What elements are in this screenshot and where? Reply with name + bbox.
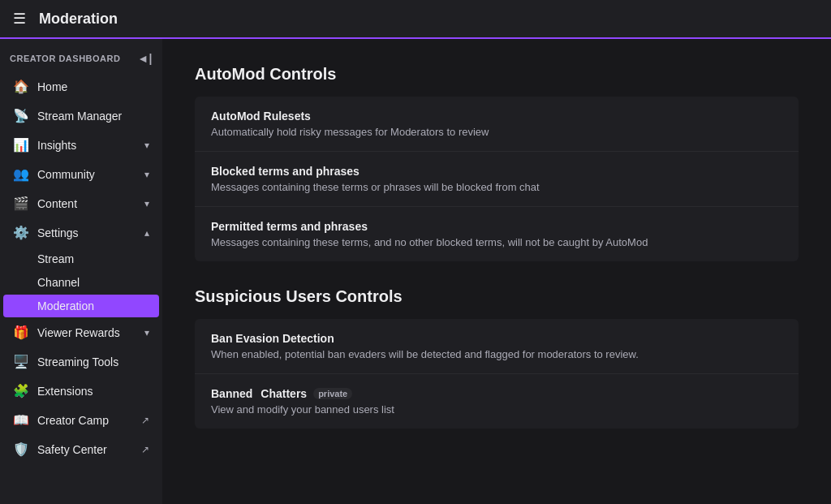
extensions-icon: 🧩	[13, 383, 29, 398]
sidebar-item-label: Content	[37, 197, 136, 210]
sidebar-item-label: Home	[37, 80, 149, 93]
sidebar-item-content[interactable]: 🎬 Content ▾	[3, 189, 159, 218]
chevron-up-icon: ▴	[144, 227, 149, 239]
sidebar-item-label: Community	[37, 168, 136, 181]
sidebar-item-label: Extensions	[37, 385, 149, 398]
sidebar-item-home[interactable]: 🏠 Home	[3, 72, 159, 101]
sidebar-item-label: Settings	[37, 226, 136, 239]
stream-manager-icon: 📡	[13, 108, 29, 123]
suspicious-section-title: Suspicious Users Controls	[195, 287, 799, 306]
sidebar-item-label: Viewer Rewards	[37, 326, 136, 339]
external-link-icon: ↗	[141, 444, 149, 455]
sidebar-subitem-label: Stream	[37, 252, 74, 265]
suspicious-card-group: Ban Evasion Detection When enabled, pote…	[195, 319, 799, 429]
sidebar-section-header: CREATOR DASHBOARD ◄|	[0, 45, 162, 71]
sidebar: CREATOR DASHBOARD ◄| 🏠 Home 📡 Stream Man…	[0, 39, 162, 504]
permitted-terms-title: Permitted terms and phrases	[211, 220, 782, 233]
sidebar-item-label: Streaming Tools	[37, 355, 149, 368]
automod-rulesets-card[interactable]: AutoMod Rulesets Automatically hold risk…	[195, 97, 799, 152]
sidebar-item-streaming-tools[interactable]: 🖥️ Streaming Tools	[3, 347, 159, 376]
viewer-rewards-icon: 🎁	[13, 325, 29, 340]
sidebar-item-extensions[interactable]: 🧩 Extensions	[3, 377, 159, 405]
sidebar-section-label: CREATOR DASHBOARD	[10, 54, 120, 63]
sidebar-subitem-label: Channel	[37, 276, 80, 289]
sidebar-item-settings[interactable]: ⚙️ Settings ▴	[3, 218, 159, 247]
blocked-terms-title: Blocked terms and phrases	[211, 165, 782, 178]
sidebar-subitem-stream[interactable]: Stream	[3, 248, 159, 270]
banned-chatters-title-text: Banned	[211, 387, 252, 400]
private-badge: private	[313, 388, 352, 399]
content-area: AutoMod Controls AutoMod Rulesets Automa…	[162, 39, 831, 504]
automod-card-group: AutoMod Rulesets Automatically hold risk…	[195, 97, 799, 261]
ban-evasion-card[interactable]: Ban Evasion Detection When enabled, pote…	[195, 319, 799, 374]
safety-center-icon: 🛡️	[13, 442, 29, 457]
sidebar-item-stream-manager[interactable]: 📡 Stream Manager	[3, 101, 159, 130]
content-icon: 🎬	[13, 196, 29, 211]
banned-chatters-title: Banned Chatters private	[211, 387, 782, 400]
sidebar-item-insights[interactable]: 📊 Insights ▾	[3, 131, 159, 159]
community-icon: 👥	[13, 166, 29, 182]
ban-evasion-desc: When enabled, potential ban evaders will…	[211, 348, 782, 360]
sidebar-collapse-button[interactable]: ◄|	[137, 52, 153, 65]
chevron-down-icon: ▾	[144, 198, 149, 209]
topbar: ☰ Moderation	[0, 0, 831, 39]
sidebar-subitem-label: Moderation	[37, 299, 94, 312]
chevron-down-icon: ▾	[144, 140, 149, 151]
banned-chatters-title2: Chatters	[260, 387, 307, 400]
sidebar-item-label: Safety Center	[37, 443, 133, 456]
permitted-terms-desc: Messages containing these terms, and no …	[211, 236, 782, 248]
sidebar-item-label: Insights	[37, 139, 136, 152]
home-icon: 🏠	[13, 79, 29, 94]
sidebar-subitem-channel[interactable]: Channel	[3, 271, 159, 294]
menu-icon[interactable]: ☰	[13, 10, 26, 28]
ban-evasion-title: Ban Evasion Detection	[211, 332, 782, 345]
sidebar-item-viewer-rewards[interactable]: 🎁 Viewer Rewards ▾	[3, 318, 159, 347]
streaming-tools-icon: 🖥️	[13, 354, 29, 369]
automod-rulesets-desc: Automatically hold risky messages for Mo…	[211, 126, 782, 138]
sidebar-item-creator-camp[interactable]: 📖 Creator Camp ↗	[3, 406, 159, 434]
chevron-down-icon: ▾	[144, 327, 149, 338]
sidebar-item-label: Stream Manager	[37, 110, 149, 123]
banned-chatters-desc: View and modify your banned users list	[211, 403, 782, 416]
banned-chatters-card[interactable]: Banned Chatters private View and modify …	[195, 374, 799, 429]
automod-rulesets-title: AutoMod Rulesets	[211, 110, 782, 123]
blocked-terms-desc: Messages containing these terms or phras…	[211, 181, 782, 193]
automod-section-title: AutoMod Controls	[195, 65, 799, 84]
topbar-title: Moderation	[39, 11, 118, 28]
permitted-terms-card[interactable]: Permitted terms and phrases Messages con…	[195, 207, 799, 261]
sidebar-item-label: Creator Camp	[37, 414, 133, 427]
external-link-icon: ↗	[141, 415, 149, 426]
chevron-down-icon: ▾	[144, 169, 149, 180]
settings-icon: ⚙️	[13, 225, 29, 240]
sidebar-subitem-moderation[interactable]: Moderation	[3, 295, 159, 317]
sidebar-item-community[interactable]: 👥 Community ▾	[3, 160, 159, 188]
main-layout: CREATOR DASHBOARD ◄| 🏠 Home 📡 Stream Man…	[0, 39, 831, 504]
blocked-terms-card[interactable]: Blocked terms and phrases Messages conta…	[195, 152, 799, 207]
insights-icon: 📊	[13, 137, 29, 153]
sidebar-item-safety-center[interactable]: 🛡️ Safety Center ↗	[3, 435, 159, 463]
creator-camp-icon: 📖	[13, 412, 29, 428]
